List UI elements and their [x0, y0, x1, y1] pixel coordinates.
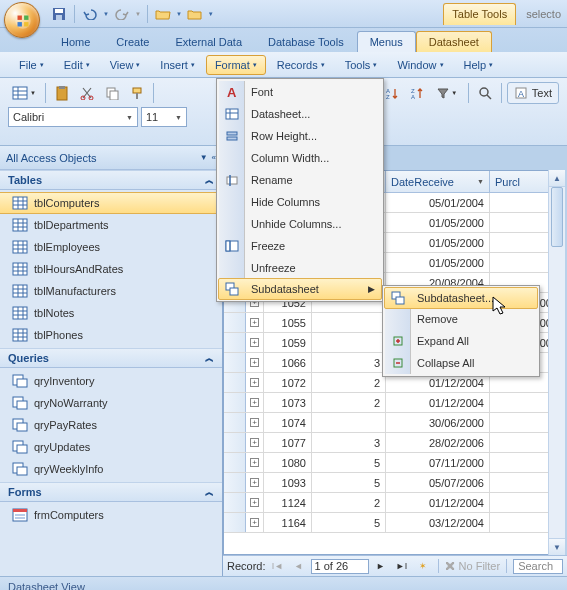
- cell[interactable]: 1059: [264, 333, 312, 352]
- table-row[interactable]: +1080507/11/2000: [224, 453, 564, 473]
- find-icon[interactable]: [474, 82, 496, 104]
- tab-create[interactable]: Create: [103, 31, 162, 52]
- cell[interactable]: 3: [312, 353, 386, 372]
- cell[interactable]: 1074: [264, 413, 312, 432]
- menu-edit[interactable]: Edit▾: [55, 55, 99, 75]
- menu-tools[interactable]: Tools▾: [336, 55, 387, 75]
- record-position-input[interactable]: 1 of 26: [311, 559, 369, 574]
- font-size-combo[interactable]: 11▼: [141, 107, 187, 127]
- menu-help[interactable]: Help▾: [455, 55, 503, 75]
- cell[interactable]: 30/06/2000: [386, 413, 490, 432]
- menu-item-row-height[interactable]: Row Height...: [219, 125, 381, 147]
- row-selector[interactable]: [224, 333, 246, 352]
- chevron-down-icon[interactable]: ▼: [200, 153, 208, 162]
- expand-row-button[interactable]: +: [246, 353, 264, 372]
- cell[interactable]: 03/12/2004: [386, 513, 490, 532]
- menu-records[interactable]: Records▾: [268, 55, 334, 75]
- cell[interactable]: 01/05/2000: [386, 233, 490, 252]
- table-row[interactable]: +1164503/12/2004: [224, 513, 564, 533]
- cut-icon[interactable]: [76, 82, 98, 104]
- row-selector[interactable]: [224, 413, 246, 432]
- cell[interactable]: 07/11/2000: [386, 453, 490, 472]
- nav-group-forms[interactable]: Forms︽: [0, 482, 222, 502]
- cell[interactable]: [312, 413, 386, 432]
- cell[interactable]: 01/12/2004: [386, 493, 490, 512]
- nav-group-queries[interactable]: Queries︽: [0, 348, 222, 368]
- menu-item-subdatasheet[interactable]: Subdatasheet▶: [218, 278, 382, 300]
- nav-group-tables[interactable]: Tables︽: [0, 170, 222, 190]
- sort-desc-icon[interactable]: ZA: [406, 82, 428, 104]
- row-selector[interactable]: [224, 353, 246, 372]
- sort-asc-icon[interactable]: AZ: [381, 82, 403, 104]
- nav-item-qryinventory[interactable]: qryInventory: [0, 370, 222, 392]
- menu-item-hide-columns[interactable]: Hide Columns: [219, 191, 381, 213]
- cell[interactable]: 1093: [264, 473, 312, 492]
- expand-row-button[interactable]: +: [246, 333, 264, 352]
- font-combo[interactable]: Calibri▼: [8, 107, 138, 127]
- open-folder-icon[interactable]: [154, 5, 172, 23]
- cell[interactable]: 1077: [264, 433, 312, 452]
- menu-item-font[interactable]: AFont: [219, 81, 381, 103]
- prev-record-button[interactable]: ◄: [290, 558, 308, 574]
- row-selector[interactable]: [224, 513, 246, 532]
- office-button[interactable]: [4, 2, 40, 38]
- tab-datasheet[interactable]: Datasheet: [416, 31, 492, 52]
- submenu-item-subdatasheet[interactable]: Subdatasheet...: [384, 287, 538, 309]
- menu-item-column-width[interactable]: Column Width...: [219, 147, 381, 169]
- menu-item-unhide-columns[interactable]: Unhide Columns...: [219, 213, 381, 235]
- cell[interactable]: 2: [312, 493, 386, 512]
- nav-item-tblemployees[interactable]: tblEmployees: [0, 236, 222, 258]
- column-header-datereceived[interactable]: DateReceive▼: [386, 171, 490, 192]
- nav-item-tblmanufacturers[interactable]: tblManufacturers: [0, 280, 222, 302]
- cell[interactable]: 05/07/2006: [386, 473, 490, 492]
- row-selector[interactable]: [224, 493, 246, 512]
- format-painter-icon[interactable]: [126, 82, 148, 104]
- submenu-item-remove[interactable]: Remove: [385, 308, 537, 330]
- undo-icon[interactable]: [81, 5, 99, 23]
- nav-item-qrypayrates[interactable]: qryPayRates: [0, 414, 222, 436]
- expand-row-button[interactable]: +: [246, 433, 264, 452]
- row-selector[interactable]: [224, 453, 246, 472]
- table-row[interactable]: +1093505/07/2006: [224, 473, 564, 493]
- expand-row-button[interactable]: +: [246, 453, 264, 472]
- nav-item-tblphones[interactable]: tblPhones: [0, 324, 222, 346]
- redo-icon[interactable]: [113, 5, 131, 23]
- row-selector[interactable]: [224, 393, 246, 412]
- cell[interactable]: 01/12/2004: [386, 393, 490, 412]
- nav-item-qryupdates[interactable]: qryUpdates: [0, 436, 222, 458]
- cell[interactable]: [312, 313, 386, 332]
- nav-pane-header[interactable]: All Access Objects ▼«: [0, 146, 222, 170]
- menu-item-freeze[interactable]: Freeze: [219, 235, 381, 257]
- tab-database-tools[interactable]: Database Tools: [255, 31, 357, 52]
- table-row[interactable]: +107430/06/2000: [224, 413, 564, 433]
- menu-window[interactable]: Window▾: [388, 55, 452, 75]
- scroll-down-icon[interactable]: ▼: [549, 538, 565, 555]
- menu-item-unfreeze[interactable]: Unfreeze: [219, 257, 381, 279]
- cell[interactable]: [312, 333, 386, 352]
- vertical-scrollbar[interactable]: ▲ ▼: [548, 170, 565, 555]
- cell[interactable]: 1164: [264, 513, 312, 532]
- cell[interactable]: 28/02/2006: [386, 433, 490, 452]
- next-record-button[interactable]: ►: [372, 558, 390, 574]
- first-record-button[interactable]: I◄: [269, 558, 287, 574]
- nav-item-frmcomputers[interactable]: frmComputers: [0, 504, 222, 526]
- table-row[interactable]: +1124201/12/2004: [224, 493, 564, 513]
- menu-insert[interactable]: Insert▾: [151, 55, 204, 75]
- paste-icon[interactable]: [51, 82, 73, 104]
- text-type-button[interactable]: A Text: [507, 82, 559, 104]
- table-row[interactable]: +1077328/02/2006: [224, 433, 564, 453]
- cell[interactable]: 1080: [264, 453, 312, 472]
- menu-file[interactable]: File▾: [10, 55, 53, 75]
- row-selector[interactable]: [224, 373, 246, 392]
- new-record-button[interactable]: ✶: [414, 558, 432, 574]
- nav-item-tblcomputers[interactable]: tblComputers: [0, 192, 222, 214]
- folder-icon[interactable]: [186, 5, 204, 23]
- cell[interactable]: 1066: [264, 353, 312, 372]
- expand-row-button[interactable]: +: [246, 373, 264, 392]
- menu-format[interactable]: Format▾: [206, 55, 266, 75]
- cell[interactable]: 01/05/2000: [386, 253, 490, 272]
- search-box[interactable]: Search: [513, 559, 563, 574]
- save-icon[interactable]: [50, 5, 68, 23]
- tab-home[interactable]: Home: [48, 31, 103, 52]
- menu-view[interactable]: View▾: [101, 55, 150, 75]
